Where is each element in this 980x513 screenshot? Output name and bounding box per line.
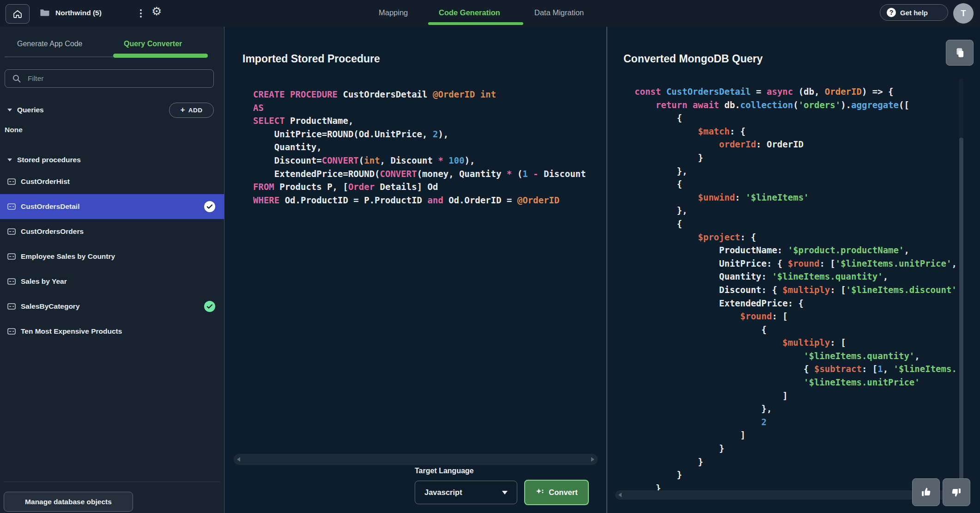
code-line: }, [635,402,961,415]
code-line: { [635,217,961,231]
convert-label: Convert [549,488,577,497]
code-line: AS [253,101,592,115]
sidebar-item-sales-by-year[interactable]: Sales by Year [0,269,224,294]
tab-data-migration[interactable]: Data Migration [534,8,584,17]
mongodb-code-block: const CustOrdersDetail = async (db, Orde… [635,85,961,490]
copy-button[interactable] [946,40,974,66]
code-line: ProductName: '$product.productName', [635,244,961,257]
add-query-button[interactable]: + ADD [169,103,214,118]
tab-mapping[interactable]: Mapping [379,8,408,17]
project-name: Northwind (5) [55,9,102,17]
sidebar-item-custordersdetail[interactable]: CustOrdersDetail [0,194,224,219]
code-line: 2 [635,415,961,429]
thumbs-up-button[interactable] [912,478,940,506]
search-icon [12,74,21,83]
folder-icon [40,8,50,18]
sidebar-active-tab-underline [113,54,208,58]
queries-label: Queries [17,106,44,114]
sidebar-item-salesbycategory[interactable]: SalesByCategory [0,294,224,319]
queries-empty-text: None [5,126,23,134]
code-line: $unwind: '$lineItems' [635,191,961,204]
stored-procedures-label: Stored procedures [17,156,81,164]
list-item-label: Ten Most Expensive Products [21,327,122,336]
target-language-select[interactable]: Javascript [415,481,517,504]
code-line: }, [635,204,961,217]
stored-procedure-icon [7,253,16,260]
sidebar-item-custorderhist[interactable]: CustOrderHist [0,169,224,194]
home-button[interactable] [6,4,30,24]
code-line: WHERE Od.ProductID = P.ProductID and Od.… [253,194,592,207]
settings-gear-icon[interactable]: ⚙ [151,6,162,17]
code-line: { $subtract: [1, '$lineItems. [635,362,961,376]
convert-button[interactable]: Convert [524,480,589,505]
code-line: Discount=CONVERT(int, Discount * 100), [253,154,592,167]
code-line: ] [635,428,961,442]
stored-procedure-icon [7,203,16,210]
code-line: { [635,111,961,125]
stored-procedure-icon [7,278,16,285]
code-line: const CustOrdersDetail = async (db, Orde… [635,85,961,98]
code-line: FROM Products P, [Order Details] Od [253,180,592,194]
scrollbar-thumb[interactable] [630,492,860,498]
scroll-left-arrow-icon[interactable] [237,457,240,462]
scroll-right-arrow-icon[interactable] [591,457,594,462]
active-tab-underline [428,22,523,25]
code-line: $multiply: [ [635,336,961,349]
filter-input[interactable] [27,74,195,83]
chevron-down-icon[interactable] [7,109,12,111]
queries-section-header: Queries + ADD [0,103,224,117]
tab-query-converter[interactable]: Query Converter [124,40,182,48]
list-item-label: SalesByCategory [21,302,80,311]
vertical-scrollbar[interactable] [959,79,963,490]
get-help-label: Get help [900,9,928,17]
code-line: UnitPrice: { $round: ['$lineItems.unitPr… [635,257,961,270]
list-item-label: Sales by Year [21,277,67,286]
code-line: $project: { [635,231,961,244]
get-help-button[interactable]: ? Get help [880,4,948,21]
chevron-down-icon[interactable] [7,159,12,161]
code-line: } [635,442,961,455]
stored-procedure-icon [7,303,16,310]
thumbs-up-icon [920,486,932,498]
help-question-icon: ? [887,8,896,17]
kebab-menu-icon[interactable] [138,8,144,19]
chevron-down-icon [502,491,508,495]
code-line: $match: { [635,125,961,138]
code-line: Quantity, [253,140,592,154]
scroll-left-arrow-icon[interactable] [618,493,622,497]
sidebar-item-employee-sales-by-country[interactable]: Employee Sales by Country [0,244,224,269]
sidebar-footer-divider [4,482,221,482]
sidebar-item-ten-most-expensive-products[interactable]: Ten Most Expensive Products [0,319,224,344]
converted-check-icon [204,301,215,312]
horizontal-scrollbar[interactable] [234,454,598,465]
code-line: } [635,455,961,469]
code-line: return await db.collection('orders').agg… [635,98,961,112]
tab-generate-app-code[interactable]: Generate App Code [17,40,82,48]
code-line: { [635,177,961,191]
plus-icon: + [180,105,185,115]
code-line: Quantity: '$lineItems.quantity', [635,270,961,283]
code-line: { [635,323,961,336]
top-bar: Northwind (5) ⚙ Mapping Code Generation … [0,0,980,27]
thumbs-down-button[interactable] [943,478,970,506]
code-line: '$lineItems.unitPrice' [635,376,961,389]
code-line: CREATE PROCEDURE CustOrdersDetail @Order… [253,88,592,101]
code-line: '$lineItems.quantity', [635,349,961,363]
sidebar-item-custordersorders[interactable]: CustOrdersOrders [0,219,224,244]
user-avatar[interactable]: T [953,3,974,24]
sql-code-block: CREATE PROCEDURE CustOrdersDetail @Order… [253,88,592,226]
stored-procedures-section-header: Stored procedures [0,153,224,167]
target-language-label: Target Language [415,467,474,475]
list-item-label: Employee Sales by Country [21,252,115,261]
code-line: }, [635,165,961,178]
scrollbar-thumb[interactable] [959,138,963,503]
converted-mongodb-query-panel: Converted MongoDB Query const CustOrders… [607,27,980,513]
panel-title: Converted MongoDB Query [623,53,763,65]
tab-code-generation[interactable]: Code Generation [439,8,500,17]
code-line: Discount: { $multiply: ['$lineItems.disc… [635,283,961,297]
filter-search-box [5,69,214,88]
manage-database-objects-button[interactable]: Manage database objects [4,492,133,512]
stored-procedure-icon [7,228,16,235]
sidebar: Generate App Code Query Converter Querie… [0,27,224,513]
stored-procedure-icon [7,328,16,335]
